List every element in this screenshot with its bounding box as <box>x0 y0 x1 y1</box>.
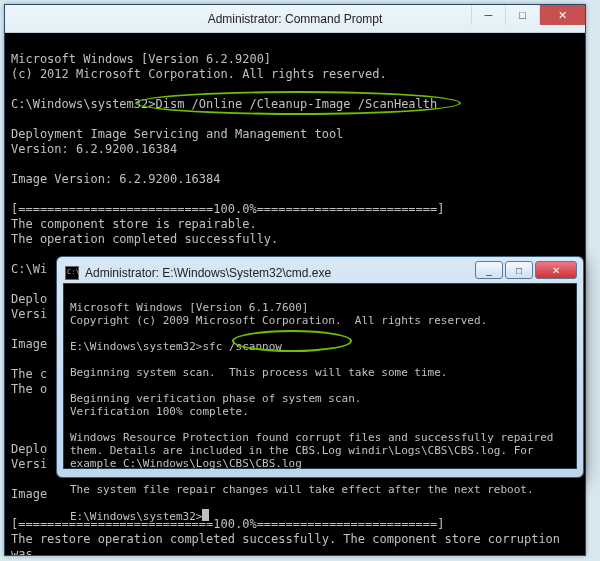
prompt: E:\Windows\system32> <box>70 340 202 353</box>
line: The component store is repairable. <box>11 217 257 231</box>
line: Deplo <box>11 292 47 306</box>
progress-bar: [===========================100.0%======… <box>11 202 444 216</box>
line: Deployment Image Servicing and Managemen… <box>11 127 343 141</box>
minimize-button[interactable]: _ <box>475 261 503 279</box>
titlebar-win8[interactable]: Administrator: Command Prompt ─ □ ✕ <box>5 5 585 33</box>
titlebar-win7[interactable]: Administrator: E:\Windows\System32\cmd.e… <box>63 263 577 283</box>
window-controls: ─ □ ✕ <box>471 5 585 25</box>
minimize-button[interactable]: ─ <box>471 5 505 25</box>
line: Microsoft Windows [Version 6.1.7600] <box>70 301 308 314</box>
line: Image <box>11 487 47 501</box>
line: Versi <box>11 457 47 471</box>
line: Deplo <box>11 442 47 456</box>
maximize-button[interactable]: □ <box>505 261 533 279</box>
line: (c) 2012 Microsoft Corporation. All righ… <box>11 67 387 81</box>
line: Microsoft Windows [Version 6.2.9200] <box>11 52 271 66</box>
line: Beginning verification phase of system s… <box>70 392 361 405</box>
line: Versi <box>11 307 47 321</box>
maximize-button[interactable]: □ <box>505 5 539 25</box>
line: The system file repair changes will take… <box>70 483 534 496</box>
window-controls: _ □ ✕ <box>473 261 577 279</box>
line: Image <box>11 337 47 351</box>
window-title: Administrator: E:\Windows\System32\cmd.e… <box>85 266 331 280</box>
line: The c <box>11 367 47 381</box>
line: Verification 100% complete. <box>70 405 249 418</box>
line: C:\Wi <box>11 262 47 276</box>
close-button[interactable]: ✕ <box>539 5 585 25</box>
line: Windows Resource Protection found corrup… <box>70 431 553 444</box>
line: Beginning system scan. This process will… <box>70 366 448 379</box>
close-button[interactable]: ✕ <box>535 261 577 279</box>
command-sfc: sfc /scannow <box>202 340 281 353</box>
command-dism: Dism /Online /Cleanup-Image /ScanHealth <box>156 97 438 111</box>
window-cmd-win7: Administrator: E:\Windows\System32\cmd.e… <box>56 256 584 478</box>
line: them. Details are included in the CBS.Lo… <box>70 444 534 457</box>
line: Copyright (c) 2009 Microsoft Corporation… <box>70 314 487 327</box>
prompt: C:\Windows\system32> <box>11 97 156 111</box>
cursor-icon <box>202 509 209 521</box>
line: The operation completed successfully. <box>11 232 278 246</box>
line: example C:\Windows\Logs\CBS\CBS.log <box>70 457 302 470</box>
cmd-icon <box>65 266 79 280</box>
line: Image Version: 6.2.9200.16384 <box>11 172 221 186</box>
prompt: E:\Windows\system32> <box>70 510 202 523</box>
line: The o <box>11 382 47 396</box>
terminal-output-win7[interactable]: Microsoft Windows [Version 6.1.7600] Cop… <box>64 284 576 540</box>
line: Version: 6.2.9200.16384 <box>11 142 177 156</box>
